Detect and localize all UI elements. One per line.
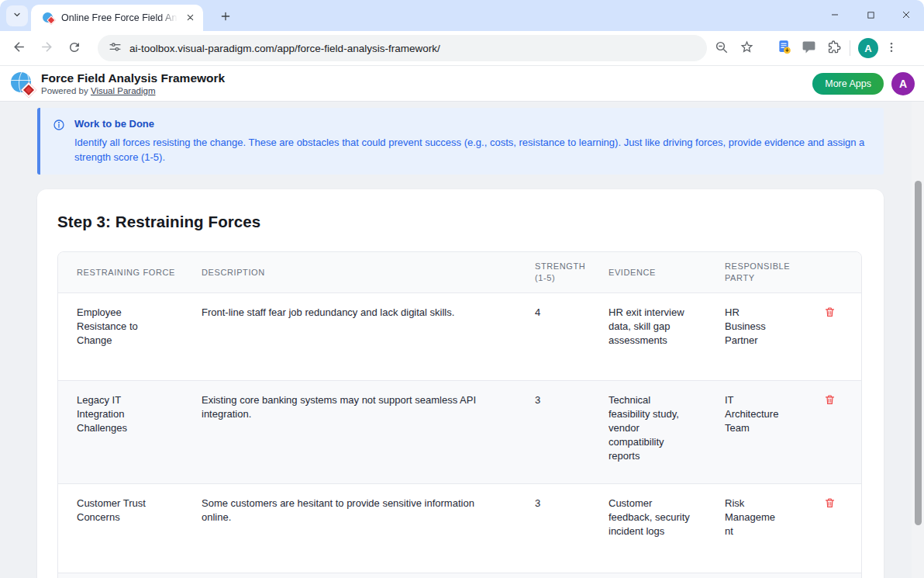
- document-download-icon: [776, 39, 792, 57]
- tab-search-button[interactable]: [6, 5, 28, 26]
- visual-paradigm-logo-icon: [11, 72, 34, 95]
- table-row: Legacy IT Integration Challenges Existin…: [58, 380, 861, 483]
- trash-icon: [824, 396, 836, 408]
- more-apps-button[interactable]: More Apps: [812, 73, 884, 95]
- url-text: ai-toolbox.visual-paradigm.com/app/force…: [129, 43, 440, 54]
- cell-description: Some customers are hesitant to provide s…: [183, 483, 516, 573]
- banner-title: Work to be Done: [74, 118, 867, 130]
- reload-button[interactable]: [62, 36, 87, 61]
- close-window-button[interactable]: [888, 0, 924, 31]
- arrow-back-icon: [12, 40, 26, 57]
- scrollbar-track[interactable]: [912, 102, 924, 578]
- browser-menu-button[interactable]: [880, 36, 903, 60]
- trash-icon: [824, 500, 836, 511]
- cell-strength: 3: [516, 380, 590, 483]
- cell-strength: 4: [516, 292, 590, 380]
- powered-by-text: Powered by Visual Paradigm: [41, 85, 225, 96]
- tab-close-button[interactable]: [183, 11, 197, 25]
- back-button[interactable]: [6, 36, 31, 61]
- cell-party: HR Business Partner: [706, 292, 798, 380]
- new-tab-button[interactable]: [215, 7, 236, 27]
- column-header-evidence: EVIDENCE: [590, 252, 706, 292]
- cell-force: Legacy IT Integration Challenges: [58, 380, 183, 483]
- cell-party: Risk Management: [706, 483, 798, 573]
- cell-force: Employee Resistance to Change: [58, 292, 183, 380]
- close-icon: [902, 10, 911, 22]
- cell-description: Existing core banking systems may not su…: [183, 380, 516, 483]
- delete-row-button[interactable]: [824, 497, 836, 509]
- reload-icon: [67, 40, 81, 57]
- annotation-extension-button[interactable]: [797, 36, 820, 60]
- table-row-partial: [58, 573, 861, 578]
- user-avatar[interactable]: A: [891, 72, 915, 95]
- info-icon: [53, 119, 65, 164]
- close-icon: [186, 12, 195, 24]
- scrollbar-thumb[interactable]: [915, 181, 922, 525]
- kebab-menu-icon: [885, 41, 898, 56]
- column-header-force: RESTRAINING FORCE: [58, 252, 183, 292]
- trash-icon: [824, 309, 836, 320]
- cell-evidence: HR exit interview data, skill gap assess…: [590, 292, 706, 380]
- visual-paradigm-favicon: [43, 12, 55, 24]
- window-controls: [817, 0, 924, 31]
- delete-row-button[interactable]: [824, 306, 836, 318]
- bookmark-button[interactable]: [735, 36, 758, 60]
- cell-description: Front-line staff fear job redundancy and…: [183, 292, 516, 380]
- app-title: Force Field Analysis Framework: [41, 71, 225, 85]
- cell-evidence: Customer feedback, security incident log…: [590, 483, 706, 573]
- docs-extension-button[interactable]: [772, 36, 795, 60]
- app-header: Force Field Analysis Framework Powered b…: [0, 66, 924, 102]
- minimize-icon: [830, 10, 840, 22]
- puzzle-icon: [826, 40, 841, 57]
- cell-strength: 3: [516, 483, 590, 573]
- toolbar-divider: [850, 40, 850, 56]
- table-row: Employee Resistance to Change Front-line…: [58, 292, 861, 380]
- zoom-out-icon: [715, 40, 729, 57]
- table-row: Customer Trust Concerns Some customers a…: [58, 483, 861, 573]
- star-icon: [740, 40, 754, 57]
- site-settings-icon: [109, 40, 122, 57]
- browser-toolbar: ai-toolbox.visual-paradigm.com/app/force…: [0, 31, 924, 66]
- minimize-button[interactable]: [817, 0, 853, 31]
- maximize-icon: [867, 10, 875, 22]
- restraining-forces-table: RESTRAINING FORCE DESCRIPTION STRENGTH (…: [57, 251, 862, 578]
- browser-tab[interactable]: Online Free Force Field Analysis: [31, 5, 203, 31]
- browser-window: Online Free Force Field Analysis: [0, 0, 924, 578]
- table-header-row: RESTRAINING FORCE DESCRIPTION STRENGTH (…: [58, 252, 861, 292]
- maximize-button[interactable]: [853, 0, 888, 31]
- cell-evidence: Technical feasibility study, vendor comp…: [590, 380, 706, 483]
- cell-force: Customer Trust Concerns: [58, 483, 183, 573]
- powered-by-prefix: Powered by: [41, 86, 91, 95]
- column-header-party: RESPONSIBLE PARTY: [706, 252, 798, 292]
- column-header-description: DESCRIPTION: [183, 252, 516, 292]
- cell-party: IT Architecture Team: [706, 380, 798, 483]
- zoom-out-button[interactable]: [710, 36, 733, 60]
- plus-icon: [220, 11, 231, 24]
- browser-profile-avatar[interactable]: A: [858, 38, 878, 58]
- visual-paradigm-link[interactable]: Visual Paradigm: [91, 86, 156, 95]
- extensions-button[interactable]: [822, 36, 845, 60]
- page-content: Work to be Done Identify all forces resi…: [0, 102, 912, 578]
- speech-bubble-icon: [802, 40, 816, 57]
- banner-body: Identify all forces resisting the change…: [74, 135, 867, 164]
- forward-button[interactable]: [34, 36, 59, 61]
- tab-title: Online Free Force Field Analysis: [61, 12, 178, 23]
- page-title: Step 3: Restraining Forces: [57, 213, 864, 231]
- column-header-actions: [798, 252, 861, 292]
- delete-row-button[interactable]: [824, 393, 836, 406]
- address-bar[interactable]: ai-toolbox.visual-paradigm.com/app/force…: [98, 35, 707, 61]
- arrow-forward-icon: [40, 40, 54, 57]
- tab-strip: Online Free Force Field Analysis: [0, 0, 924, 31]
- column-header-strength: STRENGTH (1-5): [516, 252, 590, 292]
- step-card: Step 3: Restraining Forces RESTRAINING F…: [37, 189, 884, 578]
- info-banner: Work to be Done Identify all forces resi…: [37, 108, 884, 175]
- chevron-down-icon: [12, 10, 22, 22]
